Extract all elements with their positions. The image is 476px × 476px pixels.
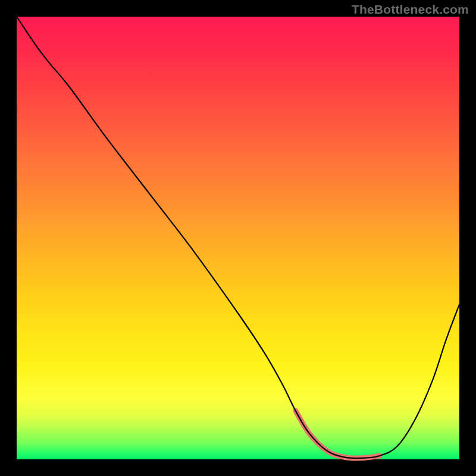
watermark-label: TheBottleneck.com [352,2,469,17]
bottleneck-curve [17,17,459,458]
plot-area [17,17,459,459]
chart-frame: TheBottleneck.com [0,0,476,476]
curve-svg [17,17,459,459]
bottleneck-highlight [296,411,380,458]
